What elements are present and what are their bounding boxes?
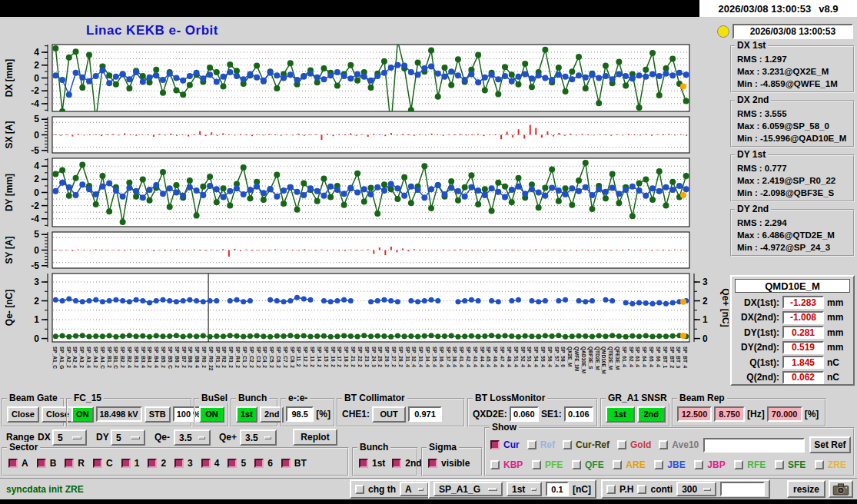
checkbox[interactable]	[527, 440, 536, 449]
group-label: FC_15	[71, 393, 104, 403]
screenshot-button[interactable]	[829, 480, 853, 498]
checkbox[interactable]	[392, 459, 401, 468]
fc15-group: FC_15 ON 18.498 kV STB 100 %	[66, 398, 192, 427]
fc15-stb-button[interactable]: STB	[144, 406, 171, 423]
svg-text:4: 4	[34, 161, 39, 171]
fc15-on-button[interactable]: ON	[71, 406, 94, 423]
sp-select[interactable]: SP_A1_G	[433, 482, 503, 496]
x-axis-label: SP_B4_4	[154, 346, 159, 368]
bunch-order-select[interactable]: 1st	[507, 482, 542, 496]
bunch-1st-button[interactable]: 1st	[236, 406, 257, 423]
checkbox[interactable]	[201, 459, 211, 468]
checkbox-label: Cur-Ref	[576, 439, 610, 450]
checkbox[interactable]	[775, 460, 784, 469]
checkbox[interactable]	[613, 460, 622, 469]
busel-on-button[interactable]: ON	[199, 406, 224, 423]
x-axis-label: SP_45_4	[486, 346, 491, 367]
x-axis-label: SP_A1_C	[52, 346, 58, 369]
busel-group: BuSel ON	[194, 398, 229, 427]
checkbox[interactable]	[65, 459, 74, 468]
checkbox[interactable]	[228, 459, 237, 468]
svg-text:0: 0	[703, 333, 708, 344]
dy-chart: -4-2024DY [mm]	[0, 157, 729, 229]
group-label: Beam Rep	[677, 393, 727, 403]
timestamp-display: 2026/03/08 13:00:53	[732, 24, 853, 39]
bunch-select-items: 1st2nd	[354, 453, 424, 470]
range-dy-label: DY	[96, 432, 109, 443]
che1-value: 0.971	[408, 406, 442, 422]
checkbox[interactable]	[694, 460, 703, 469]
range-label: Range	[6, 432, 35, 443]
checkbox[interactable]	[659, 440, 668, 449]
x-axis-label: SP_B8_2	[188, 346, 193, 368]
checkbox[interactable]	[572, 460, 581, 469]
checkbox[interactable]	[359, 459, 368, 468]
checkbox[interactable]	[254, 459, 264, 468]
checkbox[interactable]	[281, 459, 291, 468]
checkbox[interactable]	[148, 459, 157, 468]
monitor-row: DX(1st):-1.283mm	[735, 295, 850, 310]
checkbox[interactable]	[617, 440, 626, 449]
checkbox-item: C	[93, 458, 113, 469]
x-axis-label: QAD10E_M	[581, 346, 586, 373]
checkbox-item: 3	[174, 458, 193, 469]
checkbox-label: JBE	[667, 459, 685, 470]
gra1-2nd-button[interactable]: 2nd	[637, 406, 666, 423]
checkbox[interactable]	[93, 459, 102, 468]
extra-input[interactable]	[720, 482, 765, 496]
x-axis-label: QFE3E_M	[615, 346, 620, 370]
checkbox[interactable]	[734, 460, 743, 469]
set-ref-button[interactable]: Set Ref	[809, 436, 850, 453]
navg-select[interactable]: 300	[676, 482, 716, 496]
resize-button[interactable]: resize	[787, 480, 825, 498]
range-dx-select[interactable]: 5	[52, 429, 87, 446]
titlebar-version: v8.9	[819, 3, 838, 15]
range-qe-minus-label: Qe-	[154, 432, 170, 443]
checkbox[interactable]	[121, 459, 131, 468]
bt-collimator-group: BT Collimator CHE1: OUT 0.971	[337, 398, 465, 427]
checkbox-label: A	[22, 458, 28, 469]
svg-text:-5: -5	[31, 145, 39, 155]
x-axis-label: SP_B1_C	[113, 346, 118, 369]
range-qe-plus-select[interactable]: 3.5	[240, 429, 277, 446]
x-axis-label: SP_36_4	[439, 346, 444, 367]
che1-out-button[interactable]: OUT	[372, 406, 406, 423]
checkbox[interactable]	[654, 460, 663, 469]
checkbox[interactable]	[563, 440, 572, 449]
beam-gate-group: Beam Gate Close Close	[2, 398, 65, 427]
x-axis-label: SP_A1_G	[59, 346, 65, 369]
x-axis-label: SP_C1_2	[242, 346, 247, 368]
monitor-row-unit: mm	[827, 312, 843, 323]
beam-gate-close-button-1[interactable]: Close	[7, 406, 39, 423]
threshold-value[interactable]: 0.1	[546, 482, 569, 496]
dx-chart: -4-2024DX [mm]	[0, 43, 729, 114]
monitor-row: Q(2nd):0.062nC	[735, 370, 850, 386]
checkbox[interactable]	[815, 460, 824, 469]
range-dy-select[interactable]: 5	[111, 429, 145, 446]
checkbox-item: 2nd	[392, 458, 421, 469]
checkbox[interactable]	[428, 459, 437, 468]
x-axis-label: SP_31_4	[405, 346, 410, 367]
beam-rep-hz-unit: [Hz]	[747, 409, 765, 419]
sy-chart: -505SY [A]	[0, 230, 729, 270]
th-select[interactable]: A	[400, 482, 429, 496]
conti-checkbox[interactable]	[637, 485, 646, 494]
range-qe-minus-select[interactable]: 3.5	[174, 429, 211, 446]
range-dy-value: 5	[116, 433, 121, 443]
checkbox[interactable]	[37, 459, 46, 468]
checkbox-item: 2	[148, 458, 166, 469]
checkbox[interactable]	[490, 440, 500, 449]
x-axis-label: SP_B2_2	[120, 346, 125, 368]
chg-th-checkbox[interactable]	[355, 485, 364, 494]
replot-button[interactable]: Replot	[293, 429, 337, 446]
checkbox[interactable]	[532, 460, 541, 469]
checkbox[interactable]	[8, 459, 18, 468]
checkbox[interactable]	[490, 460, 500, 469]
x-axis-label: SP_46_4	[493, 346, 498, 367]
ref-input[interactable]	[703, 438, 805, 453]
ph-checkbox[interactable]	[606, 485, 616, 494]
gra1-1st-button[interactable]: 1st	[606, 406, 635, 423]
svg-text:3: 3	[703, 277, 708, 287]
checkbox[interactable]	[174, 459, 184, 468]
x-axis-label: SP_33_4	[418, 346, 424, 367]
